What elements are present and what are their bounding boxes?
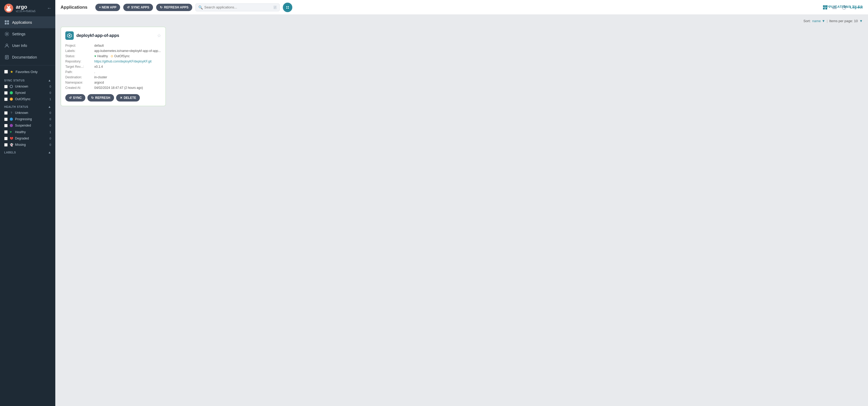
app-details: Project: default Labels: app.kubernetes.…	[65, 43, 161, 90]
card-delete-icon: ✕	[120, 96, 122, 100]
sync-outofsync-label: OutOfSync	[15, 97, 45, 101]
items-per-page-dropdown[interactable]: ▼	[859, 19, 863, 23]
sync-synced-count: 0	[48, 91, 51, 94]
app-card: deploykf-app-of-apps ☆ Project: default …	[61, 27, 166, 106]
view-title: APPLICATIONS TILES	[824, 5, 863, 9]
health-healthy-label: Healthy	[15, 130, 45, 134]
svg-rect-4	[5, 20, 7, 22]
app-icon	[65, 31, 74, 40]
card-delete-button[interactable]: ✕ DELETE	[116, 94, 140, 102]
health-unknown-label: Unknown	[15, 111, 45, 115]
content-area: Sort: name ▼ | Items per page: 10 ▼ depl…	[55, 15, 868, 406]
sync-outofsync-checkbox[interactable]	[4, 97, 8, 101]
health-progressing-checkbox[interactable]	[4, 118, 8, 121]
namespace-field-label: Namespace:	[65, 80, 94, 85]
new-app-button[interactable]: + NEW APP	[95, 4, 120, 11]
status-row: Status: ♥ Healthy ⊙ OutOfSync	[65, 54, 161, 59]
health-missing-icon: 👻	[10, 143, 13, 147]
sync-status-header: SYNC STATUS ▲	[0, 76, 55, 83]
project-field-label: Project:	[65, 43, 94, 48]
sync-apps-button[interactable]: ↺ SYNC APPS	[123, 4, 153, 11]
labels-field-value: app.kubernetes.io/name=deploykf-app-of-a…	[94, 48, 161, 54]
health-degraded-checkbox[interactable]	[4, 137, 8, 140]
sidebar-item-documentation[interactable]: Documentation	[0, 51, 55, 63]
path-row: Path: .	[65, 69, 161, 75]
health-healthy-checkbox[interactable]	[4, 130, 8, 134]
sync-badge: ⊙ OutOfSync	[111, 54, 130, 58]
svg-point-2	[6, 8, 11, 11]
labels-field-label: Labels:	[65, 48, 94, 54]
health-suspended-checkbox[interactable]	[4, 124, 8, 127]
sidebar-item-applications[interactable]: Applications	[0, 17, 55, 28]
destination-field-value: in-cluster	[94, 75, 161, 80]
health-unknown-icon: ?	[10, 111, 13, 114]
health-suspended-dot	[10, 124, 13, 127]
health-degraded-count: 0	[48, 137, 51, 140]
project-field-value: default	[94, 43, 161, 48]
health-missing-count: 0	[48, 143, 51, 146]
search-input[interactable]	[204, 5, 272, 9]
sync-status-list: Unknown 0 Synced 0 ⊙ OutOfSync 1	[0, 83, 55, 102]
target-rev-row: Target Rev...: v0.1.4	[65, 64, 161, 69]
svg-rect-14	[285, 5, 290, 10]
health-degraded-label: Degraded	[15, 137, 45, 140]
health-status-header: HEALTH STATUS ▲	[0, 102, 55, 110]
health-status-list: ? Unknown 0 Progressing 0 Suspended 0 ♥ …	[0, 110, 55, 148]
svg-rect-6	[5, 23, 7, 25]
card-refresh-button[interactable]: ↻ REFRESH	[87, 94, 114, 102]
logo-version: v2.10.4+f5d63a5	[16, 10, 36, 13]
favorite-star-button[interactable]: ☆	[157, 33, 161, 38]
sync-unknown-checkbox[interactable]	[4, 85, 8, 88]
created-at-field-value: 04/02/2024 18:47:47 (2 hours ago)	[94, 85, 161, 90]
project-row: Project: default	[65, 43, 161, 48]
search-bar: 🔍 /	[195, 3, 280, 11]
card-sync-button[interactable]: ↺ SYNC	[65, 94, 85, 102]
sort-name-link[interactable]: name ▼	[812, 19, 825, 23]
sidebar-item-settings[interactable]: Settings	[0, 28, 55, 40]
sync-synced-checkbox[interactable]	[4, 91, 8, 95]
logo-text: argo v2.10.4+f5d63a5	[16, 4, 36, 13]
svg-rect-16	[288, 6, 289, 7]
sync-unknown-count: 0	[48, 85, 51, 88]
namespace-field-value: argocd	[94, 80, 161, 85]
target-rev-field-value: v0.1.4	[94, 64, 161, 69]
labels-row: Labels: app.kubernetes.io/name=deploykf-…	[65, 48, 161, 54]
sidebar-item-userinfo[interactable]: User Info	[0, 40, 55, 51]
health-unknown-count: 0	[48, 111, 51, 114]
card-sync-icon: ↺	[69, 96, 72, 100]
svg-rect-7	[7, 23, 9, 25]
sort-separator: |	[827, 19, 828, 23]
labels-collapse[interactable]: ▲	[48, 150, 51, 154]
logo-area: argo v2.10.4+f5d63a5 ←	[0, 0, 55, 17]
grid-icon	[4, 20, 9, 25]
health-suspended-count: 0	[48, 124, 51, 127]
gear-icon	[4, 31, 9, 37]
health-unknown-item: ? Unknown 0	[0, 110, 55, 116]
destination-field-label: Destination:	[65, 75, 94, 80]
status-field-value: ♥ Healthy ⊙ OutOfSync	[94, 54, 161, 59]
health-degraded-icon: 💔	[10, 137, 13, 140]
health-unknown-checkbox[interactable]	[4, 111, 8, 115]
sync-unknown-item: Unknown 0	[0, 83, 55, 90]
sidebar-settings-label: Settings	[12, 32, 26, 36]
refresh-icon: ↻	[160, 5, 162, 9]
health-suspended-label: Suspended	[15, 124, 45, 127]
back-button[interactable]: ←	[47, 5, 52, 11]
docs-icon	[4, 55, 9, 60]
health-missing-checkbox[interactable]	[4, 143, 8, 147]
repository-row: Repository: https://github.com/deployKF/…	[65, 59, 161, 64]
avatar[interactable]	[283, 3, 292, 12]
sidebar-applications-label: Applications	[12, 20, 32, 25]
sort-bar: Sort: name ▼ | Items per page: 10 ▼	[61, 19, 863, 23]
favorites-row: ★ Favorites Only	[0, 67, 55, 76]
app-card-header: deploykf-app-of-apps ☆	[65, 31, 161, 40]
logo-name: argo	[16, 4, 36, 10]
refresh-apps-button[interactable]: ↻ REFRESH APPS	[156, 4, 192, 11]
svg-point-3	[8, 5, 9, 7]
sync-status-collapse[interactable]: ▲	[48, 79, 51, 82]
sync-outofsync-dot: ⊙	[10, 97, 13, 101]
svg-rect-18	[288, 8, 289, 9]
favorites-checkbox[interactable]	[4, 70, 8, 74]
health-progressing-label: Progressing	[15, 117, 45, 121]
health-status-collapse[interactable]: ▲	[48, 105, 51, 109]
